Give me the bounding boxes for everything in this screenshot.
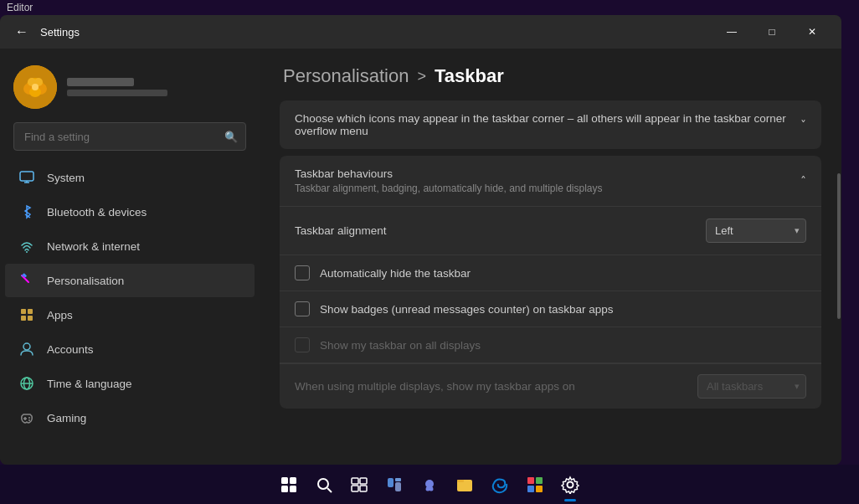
nav-item-gaming[interactable]: Gaming (5, 401, 255, 435)
nav-item-accounts[interactable]: Accounts (5, 332, 255, 366)
controller-icon (18, 409, 35, 426)
maximize-button[interactable]: □ (753, 18, 791, 45)
breadcrumb-current: Taskbar (435, 65, 504, 87)
svg-rect-28 (281, 477, 288, 484)
alignment-dropdown-wrapper: Left Centre ▾ (706, 219, 806, 243)
taskbar-start-button[interactable] (274, 470, 304, 500)
nav-item-apps[interactable]: Apps (5, 298, 255, 332)
svg-rect-43 (457, 480, 464, 482)
search-box: 🔍 (13, 122, 246, 151)
multi-display-dropdown-wrapper: All taskbars ▾ (697, 374, 806, 399)
svg-rect-45 (536, 477, 543, 484)
taskbar-store-button[interactable] (520, 470, 550, 500)
svg-rect-47 (536, 486, 543, 492)
main-content: 🔍 System (0, 49, 841, 465)
monitor-icon (18, 169, 35, 186)
multi-display-label: When using multiple displays, show my ta… (295, 380, 575, 393)
bluetooth-icon (18, 203, 35, 220)
title-bar: ← Settings — □ ✕ (0, 15, 841, 49)
taskbar-behaviours-text: Taskbar behaviours Taskbar alignment, ba… (295, 167, 603, 194)
svg-rect-29 (290, 477, 296, 484)
svg-rect-31 (290, 486, 296, 492)
editor-bar: Editor (0, 0, 859, 15)
nav-item-bluetooth[interactable]: Bluetooth & devices (5, 195, 255, 229)
nav-label-apps: Apps (47, 309, 73, 321)
nav-item-personalisation[interactable]: Personalisation (5, 264, 255, 297)
taskbar-search-button[interactable] (309, 470, 339, 500)
nav-item-system[interactable]: System (5, 161, 255, 194)
taskbar-behaviours-section: Taskbar behaviours Taskbar alignment, ba… (280, 156, 821, 409)
search-input[interactable] (13, 122, 246, 151)
breadcrumb-chevron: > (417, 68, 426, 85)
settings-window: ← Settings — □ ✕ (0, 15, 841, 465)
multi-display-dropdown: All taskbars (697, 374, 806, 399)
alignment-label: Taskbar alignment (295, 224, 387, 237)
close-button[interactable]: ✕ (793, 18, 831, 45)
nav-item-time[interactable]: Time & language (5, 367, 255, 400)
svg-point-26 (28, 417, 30, 419)
svg-point-20 (23, 343, 30, 350)
svg-rect-40 (395, 478, 401, 481)
autohide-checkbox[interactable] (295, 265, 310, 280)
nav-label-time: Time & language (47, 378, 132, 390)
scrollbar-thumb[interactable] (837, 173, 841, 319)
avatar (13, 65, 57, 109)
svg-rect-37 (360, 486, 367, 491)
svg-rect-39 (395, 482, 401, 491)
taskbar-chat-button[interactable] (414, 470, 445, 500)
svg-line-14 (22, 275, 23, 276)
nav-item-network[interactable]: Network & internet (5, 229, 255, 263)
user-name-placeholder (67, 78, 134, 86)
brush-icon (18, 272, 35, 289)
avatar-image (13, 65, 57, 109)
autohide-row: Automatically hide the taskbar (280, 255, 821, 291)
badges-row: Show badges (unread messages counter) on… (280, 291, 821, 327)
user-profile (0, 59, 260, 122)
user-email-placeholder (67, 90, 167, 96)
scrollbar-track (836, 49, 841, 465)
taskbar-settings-button[interactable] (555, 470, 585, 500)
page-header: Personalisation > Taskbar (260, 49, 841, 100)
svg-point-32 (318, 479, 328, 489)
right-panel: Personalisation > Taskbar Choose which i… (260, 49, 841, 465)
back-button[interactable]: ← (10, 20, 33, 44)
alignment-dropdown[interactable]: Left Centre (706, 219, 806, 243)
svg-rect-19 (28, 316, 33, 321)
svg-point-41 (425, 480, 434, 488)
window-title: Settings (40, 26, 712, 39)
taskbar (0, 465, 859, 504)
svg-rect-38 (388, 478, 393, 487)
svg-rect-34 (352, 478, 358, 484)
badges-checkbox[interactable] (295, 301, 310, 316)
collapsed-section-card: Choose which icons may appear in the tas… (280, 100, 821, 149)
taskbar-taskview-button[interactable] (344, 470, 374, 500)
svg-rect-17 (28, 309, 33, 314)
svg-rect-44 (527, 477, 534, 484)
taskbar-files-button[interactable] (450, 470, 480, 500)
user-info (67, 78, 167, 96)
collapsed-section-text: Choose which icons may appear in the tas… (295, 112, 800, 137)
sidebar: 🔍 System (0, 49, 260, 465)
svg-rect-9 (20, 172, 33, 181)
globe-icon (18, 375, 35, 392)
window-controls: — □ ✕ (712, 18, 831, 45)
svg-rect-46 (527, 486, 534, 492)
wifi-icon (18, 238, 35, 255)
taskbar-behaviours-header[interactable]: Taskbar behaviours Taskbar alignment, ba… (280, 156, 821, 206)
person-icon (18, 341, 35, 357)
alldisplays-row: Show my taskbar on all displays (280, 327, 821, 363)
taskbar-widgets-button[interactable] (379, 470, 409, 500)
search-icon: 🔍 (224, 131, 238, 143)
collapsed-section-title: Choose which icons may appear in the tas… (295, 112, 800, 137)
collapsed-section-header[interactable]: Choose which icons may appear in the tas… (280, 100, 821, 149)
expand-chevron-icon: ˄ (800, 174, 806, 188)
alldisplays-checkbox (295, 337, 310, 352)
minimize-button[interactable]: — (712, 18, 751, 45)
svg-rect-30 (281, 486, 288, 492)
badges-label: Show badges (unread messages counter) on… (320, 303, 613, 316)
nav-label-accounts: Accounts (47, 343, 94, 356)
taskbar-edge-button[interactable] (485, 470, 515, 500)
svg-rect-18 (21, 316, 26, 321)
svg-point-12 (26, 251, 28, 253)
nav-label-gaming: Gaming (47, 412, 86, 424)
